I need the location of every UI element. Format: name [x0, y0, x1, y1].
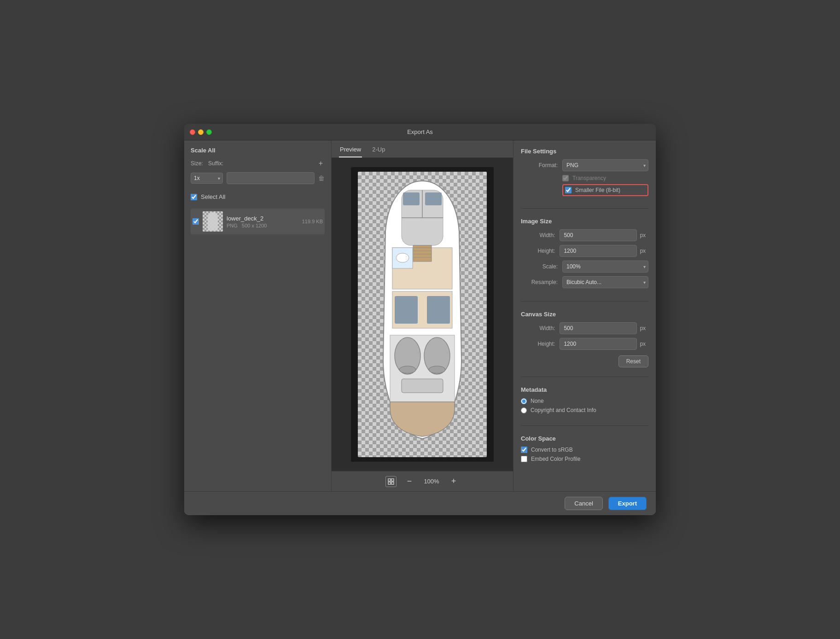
canvas-width-unit: px	[640, 325, 648, 331]
left-panel: Scale All Size: Suffix: + 1x 2x 3x 0.5x …	[184, 140, 332, 491]
dialog-body: Scale All Size: Suffix: + 1x 2x 3x 0.5x …	[184, 140, 656, 491]
height-input[interactable]: 1200	[560, 245, 637, 257]
format-select[interactable]: PNG JPEG GIF SVG WebP	[562, 159, 648, 171]
width-input[interactable]: 500	[560, 229, 637, 241]
canvas-size-title: Canvas Size	[521, 311, 648, 318]
file-settings-title: File Settings	[521, 148, 648, 155]
reset-button[interactable]: Reset	[618, 355, 648, 367]
export-dialog: Export As Scale All Size: Suffix: + 1x 2…	[184, 124, 656, 515]
svg-rect-22	[388, 479, 391, 481]
width-label: Width:	[521, 232, 555, 238]
svg-point-20	[399, 366, 416, 373]
divider-4	[521, 425, 648, 426]
file-format: PNG	[227, 223, 238, 228]
zoom-in-button[interactable]: +	[448, 476, 459, 487]
color-space-section: Color Space Convert to sRGB Embed Color …	[521, 435, 648, 465]
embed-profile-row: Embed Color Profile	[521, 456, 648, 462]
select-all-label: Select All	[201, 193, 225, 200]
tab-2up[interactable]: 2-Up	[371, 144, 386, 157]
scale-row: Scale: 100% 50% 200%	[521, 261, 648, 273]
file-thumbnail	[203, 211, 223, 232]
delete-scale-button[interactable]: 🗑	[318, 174, 325, 182]
metadata-copyright-row: Copyright and Contact Info	[521, 407, 648, 413]
convert-srgb-label: Convert to sRGB	[531, 447, 573, 453]
bottom-bar: Cancel Export	[184, 491, 656, 515]
embed-profile-checkbox[interactable]	[521, 456, 527, 462]
zoom-out-button[interactable]: −	[404, 476, 415, 487]
image-size-title: Image Size	[521, 218, 648, 225]
export-button[interactable]: Export	[608, 497, 647, 510]
smaller-file-checkbox[interactable]	[565, 187, 572, 193]
file-item-checkbox[interactable]	[192, 218, 199, 225]
metadata-none-radio[interactable]	[521, 398, 527, 404]
file-list-item[interactable]: lower_deck_2 PNG 500 x 1200 119.9 KB	[191, 209, 325, 234]
transparency-checkbox[interactable]	[562, 175, 569, 181]
svg-point-13	[396, 253, 409, 262]
metadata-title: Metadata	[521, 386, 648, 393]
format-select-wrap: PNG JPEG GIF SVG WebP	[562, 159, 648, 171]
width-row: Width: 500 px	[521, 229, 648, 241]
resample-row: Resample: Bicubic Auto... Bilinear Neare…	[521, 276, 648, 288]
add-scale-button[interactable]: +	[317, 158, 325, 168]
tab-preview[interactable]: Preview	[339, 144, 362, 157]
svg-rect-15	[427, 296, 450, 324]
preview-canvas	[358, 172, 487, 457]
smaller-file-label: Smaller File (8-bit)	[575, 187, 620, 193]
size-label: Size:	[191, 160, 204, 167]
svg-point-21	[429, 366, 445, 373]
select-all-row: Select All	[191, 191, 325, 203]
file-size: 119.9 KB	[302, 219, 323, 224]
canvas-width-input[interactable]: 500	[560, 322, 637, 334]
boat-floorplan-svg	[376, 176, 468, 443]
preview-tabs: Preview 2-Up	[332, 140, 513, 158]
preview-area	[332, 158, 513, 471]
canvas-size-section: Canvas Size Width: 500 px Height: 1200 p…	[521, 311, 648, 367]
svg-rect-1	[403, 192, 420, 205]
dialog-title: Export As	[407, 128, 433, 135]
scale-all-title: Scale All	[191, 147, 325, 154]
height-unit: px	[640, 248, 648, 254]
canvas-height-label: Height:	[521, 341, 555, 347]
file-meta: PNG 500 x 1200	[227, 223, 298, 228]
embed-profile-label: Embed Color Profile	[531, 456, 580, 462]
select-all-checkbox[interactable]	[191, 194, 197, 200]
width-unit: px	[640, 232, 648, 238]
convert-srgb-checkbox[interactable]	[521, 447, 527, 453]
height-label: Height:	[521, 248, 555, 254]
scale-header-row: Size: Suffix: +	[191, 158, 325, 168]
preview-image-wrap	[351, 167, 494, 462]
divider-3	[521, 377, 648, 377]
canvas-height-row: Height: 1200 px	[521, 338, 648, 350]
preview-toolbar: − 100% +	[332, 471, 513, 491]
file-info: lower_deck_2 PNG 500 x 1200	[227, 215, 298, 228]
svg-rect-19	[402, 379, 443, 393]
scale-select[interactable]: 100% 50% 200%	[562, 261, 648, 273]
divider-2	[521, 301, 648, 302]
file-settings-section: File Settings Format: PNG JPEG GIF SVG W…	[521, 148, 648, 199]
file-name: lower_deck_2	[227, 215, 298, 222]
metadata-copyright-radio[interactable]	[521, 407, 527, 413]
metadata-none-row: None	[521, 398, 648, 404]
resample-select[interactable]: Bicubic Auto... Bilinear Nearest Neighbo…	[562, 276, 648, 288]
minimize-button[interactable]	[198, 129, 204, 135]
maximize-button[interactable]	[206, 129, 212, 135]
scale-select[interactable]: 1x 2x 3x 0.5x	[191, 173, 223, 184]
file-list: lower_deck_2 PNG 500 x 1200 119.9 KB	[191, 209, 325, 234]
canvas-height-input[interactable]: 1200	[560, 338, 637, 350]
file-dimensions: 500 x 1200	[242, 223, 267, 228]
canvas-width-row: Width: 500 px	[521, 322, 648, 334]
svg-rect-14	[395, 296, 418, 324]
close-button[interactable]	[190, 129, 195, 135]
cancel-button[interactable]: Cancel	[565, 497, 602, 510]
format-label: Format:	[521, 162, 558, 168]
transparency-row: Transparency	[562, 175, 648, 181]
scale-controls: 1x 2x 3x 0.5x 🗑	[191, 172, 325, 184]
suffix-input[interactable]	[227, 172, 315, 184]
suffix-label: Suffix:	[208, 160, 313, 167]
svg-rect-23	[391, 479, 394, 481]
fit-to-screen-button[interactable]	[385, 476, 397, 487]
resample-select-wrap: Bicubic Auto... Bilinear Nearest Neighbo…	[562, 276, 648, 288]
metadata-none-label: None	[531, 398, 544, 404]
scale-label: Scale:	[521, 263, 558, 270]
canvas-height-unit: px	[640, 341, 648, 347]
